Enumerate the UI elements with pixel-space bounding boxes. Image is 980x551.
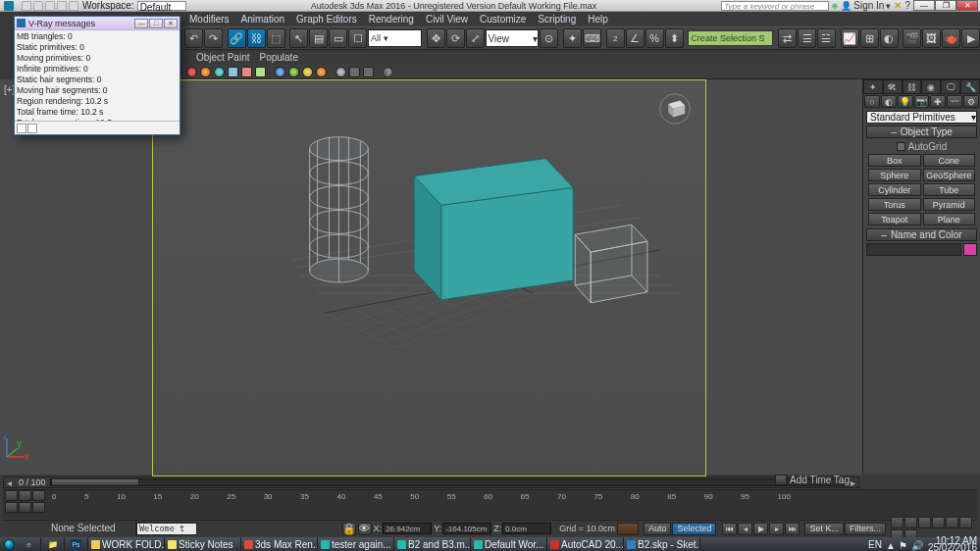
menu-graph-editors[interactable]: Graph Editors [291, 13, 362, 25]
subtab-helpers[interactable]: ✚ [930, 95, 946, 108]
prim-cone[interactable]: Cone [923, 154, 976, 167]
render-frame-button[interactable]: 🖼 [922, 28, 941, 48]
tb-btn[interactable] [19, 490, 31, 501]
subtab-geometry[interactable]: ○ [864, 95, 880, 108]
minimize-button[interactable]: — [913, 0, 935, 11]
named-selection-dropdown[interactable]: Create Selection S [688, 30, 773, 46]
vray-minimize-button[interactable]: — [134, 19, 148, 28]
help-btn[interactable]: ? [383, 67, 393, 77]
snap-percent-button[interactable]: % [645, 28, 664, 48]
redo-button[interactable]: ↷ [204, 28, 223, 48]
object-color-swatch[interactable] [963, 243, 977, 256]
tab-create[interactable]: ✦ [863, 79, 883, 94]
prim-sphere[interactable]: Sphere [868, 169, 921, 181]
tb-btn[interactable] [32, 490, 45, 501]
lock-selection-button[interactable]: 🔒 [342, 523, 356, 535]
key-filters-button[interactable]: Filters... [845, 523, 886, 535]
taskbar-item[interactable]: WORK FOLD... [88, 537, 165, 551]
mirror-button[interactable]: ⇄ [778, 28, 797, 48]
goto-end-button[interactable]: ⏭ [785, 523, 799, 535]
menu-rendering[interactable]: Rendering [364, 13, 419, 25]
next-frame-button[interactable]: ▸ [769, 523, 784, 535]
tray-flag-icon[interactable]: ▲ [886, 540, 895, 549]
select-name-button[interactable]: ▤ [309, 28, 328, 48]
help-icon[interactable]: ? [904, 0, 910, 11]
qat-btn[interactable] [69, 1, 78, 11]
vray-close-button[interactable]: ✕ [164, 19, 178, 28]
vray-messages-window[interactable]: V-Ray messages — □ ✕ MB triangles: 0 Sta… [14, 16, 181, 135]
vray-scroll-right[interactable] [27, 124, 37, 133]
taskbar-item[interactable]: 3ds Max Ren... [241, 537, 318, 551]
pinned-photoshop[interactable]: Ps [65, 537, 88, 551]
active-viewport[interactable] [152, 79, 706, 476]
color-swatch[interactable] [288, 67, 299, 77]
help-search-input[interactable]: Type a keyword or phrase [721, 1, 829, 11]
tool-btn[interactable] [255, 67, 266, 77]
close-button[interactable]: ✕ [956, 0, 978, 11]
workspace-dropdown[interactable]: Default [137, 1, 186, 11]
menu-scripting[interactable]: Scripting [533, 13, 581, 25]
color-swatch[interactable] [275, 67, 285, 77]
taskbar-item[interactable]: B2 and B3.m... [394, 537, 471, 551]
unlink-button[interactable]: ⛓ [247, 28, 266, 48]
set-key-button[interactable] [617, 523, 639, 535]
z-spinner[interactable]: 0.0cm [502, 523, 551, 534]
prim-tube[interactable]: Tube [923, 183, 976, 196]
spinner-snap-button[interactable]: ⬍ [665, 28, 684, 48]
render-prod-button[interactable]: ▶ [961, 28, 980, 48]
viewcube[interactable] [658, 92, 692, 125]
prim-geosphere[interactable]: GeoSphere [923, 169, 976, 181]
tab-object-paint[interactable]: Object Paint [196, 52, 249, 63]
geometry-category-dropdown[interactable]: Standard Primitives▾ [866, 111, 977, 124]
taskbar-item[interactable]: B2.skp - Sket... [624, 537, 700, 551]
material-editor-button[interactable]: ◐ [880, 28, 899, 48]
tb-btn[interactable] [5, 502, 18, 513]
selection-filter-dropdown[interactable]: All ▾ [368, 29, 422, 47]
add-time-tag[interactable]: Add Time Tag [775, 475, 850, 485]
prim-torus[interactable]: Torus [868, 198, 921, 211]
zoom-all-button[interactable] [918, 517, 931, 528]
start-button[interactable] [0, 537, 18, 551]
vray-maximize-button[interactable]: □ [149, 19, 163, 28]
render-setup-button[interactable]: 🎬 [903, 28, 921, 48]
schematic-button[interactable]: ⊞ [860, 28, 879, 48]
keyboard-shortcut-button[interactable]: ⌨ [583, 28, 601, 48]
infocenter-btn[interactable]: ⎈ [832, 0, 838, 11]
tool-btn[interactable] [241, 67, 252, 77]
bind-button[interactable]: ⬚ [267, 28, 285, 48]
taskbar-item[interactable]: Sticky Notes [165, 537, 241, 551]
maxscript-prompt[interactable]: Welcome t [136, 523, 197, 535]
rollout-object-type[interactable]: –Object Type [866, 125, 977, 138]
tb-btn[interactable] [32, 502, 45, 513]
qat-btn[interactable] [57, 1, 67, 11]
prim-pyramid[interactable]: Pyramid [923, 198, 976, 211]
pinned-ie[interactable]: e [18, 537, 41, 551]
tab-display[interactable]: 🖵 [941, 79, 960, 94]
snap-2d-button[interactable]: 2 [606, 28, 625, 48]
selected-button[interactable]: Selected [672, 523, 716, 535]
color-swatch[interactable] [335, 67, 346, 77]
select-button[interactable]: ↖ [289, 28, 308, 48]
taskbar-item[interactable]: AutoCAD 20... [547, 537, 624, 551]
autogrid-checkbox[interactable]: AutoGrid [868, 141, 975, 152]
snap-angle-button[interactable]: ∠ [626, 28, 645, 48]
object-name-input[interactable] [866, 243, 961, 256]
undo-button[interactable]: ↶ [184, 28, 203, 48]
rotate-button[interactable]: ⟳ [446, 28, 465, 48]
time-slider[interactable]: ◂ 0 / 100 ▸ [3, 476, 859, 488]
zoom-extents-all-button[interactable] [959, 517, 972, 528]
zoom-extents-button[interactable] [946, 517, 958, 528]
tray-network-icon[interactable]: ⚑ [899, 540, 907, 549]
color-swatch[interactable] [186, 67, 197, 77]
render-button[interactable]: 🫖 [942, 28, 960, 48]
menu-customize[interactable]: Customize [475, 13, 531, 25]
fov-button[interactable] [932, 517, 945, 528]
menu-animation[interactable]: Animation [236, 13, 289, 25]
tb-btn[interactable] [19, 502, 31, 513]
vray-scroll-left[interactable] [17, 124, 26, 133]
select-manipulate-button[interactable]: ✦ [563, 28, 582, 48]
scale-button[interactable]: ⤢ [466, 28, 485, 48]
tool-btn[interactable] [349, 67, 360, 77]
set-key-label[interactable]: Set K... [804, 523, 844, 535]
subtab-cameras[interactable]: 📷 [914, 95, 930, 108]
